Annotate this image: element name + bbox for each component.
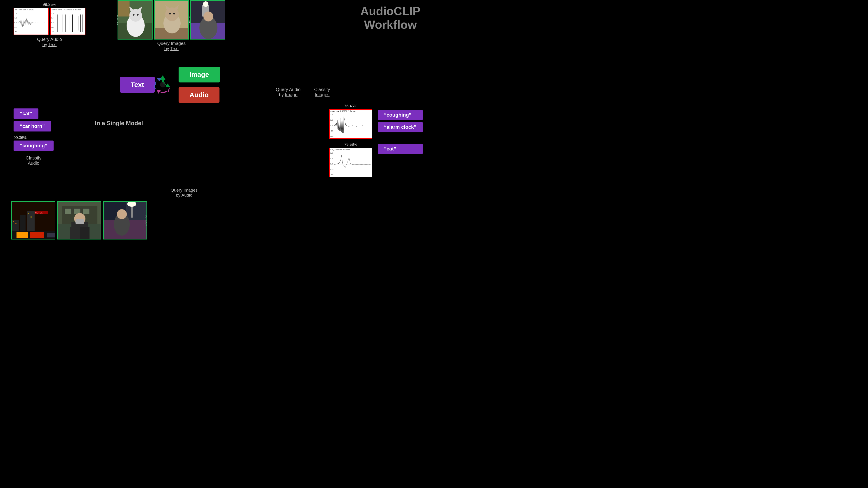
svg-text:1.0: 1.0 bbox=[330, 152, 333, 154]
svg-text:-1.0: -1.0 bbox=[51, 31, 54, 33]
svg-point-42 bbox=[203, 1, 209, 7]
svg-rect-6 bbox=[51, 12, 85, 33]
query-images-by-audio-label: Query Images by Audio bbox=[170, 188, 197, 198]
classify-coughing-tag: “coughing” bbox=[13, 140, 54, 151]
svg-point-45 bbox=[160, 82, 165, 88]
svg-rect-53 bbox=[31, 217, 32, 218]
svg-text:0.5: 0.5 bbox=[14, 17, 17, 19]
svg-text:-0.5: -0.5 bbox=[330, 168, 333, 170]
svg-rect-56 bbox=[30, 232, 43, 238]
classify-waveform1: coughing_1-58792-A-24.wav 1.0 0.5 0.0 -0… bbox=[329, 109, 372, 139]
query-image-cat2 bbox=[154, 0, 189, 39]
query-audio-by-text-section: 99.25% cat_3-95694-A-5.wav 1.0 0.5 0.0 -… bbox=[13, 2, 86, 47]
svg-point-37 bbox=[169, 13, 171, 14]
query-images-by-text-link[interactable]: Text bbox=[170, 46, 179, 51]
svg-rect-50 bbox=[13, 221, 14, 222]
svg-rect-52 bbox=[28, 213, 29, 214]
bottom-images-section: HOTEL bbox=[11, 201, 147, 239]
query-audio-label-line2: by Text bbox=[13, 42, 86, 47]
svg-text:1.0: 1.0 bbox=[330, 113, 333, 116]
main-container: AudioCLIP Workflow 99.25% cat_3-95694-A-… bbox=[0, 0, 434, 244]
svg-rect-70 bbox=[70, 227, 80, 239]
svg-rect-68 bbox=[75, 219, 84, 224]
classify-img-tag3: “cat” bbox=[378, 144, 423, 154]
svg-point-77 bbox=[117, 209, 127, 219]
waveform-cat: cat_3-95694-A-5.wav 1.0 0.5 0.0 -0.5 -1.… bbox=[13, 8, 49, 35]
query-audio-label-line1: Query Audio bbox=[13, 37, 86, 42]
svg-text:-0.5: -0.5 bbox=[14, 26, 17, 28]
image-button[interactable]: Image bbox=[179, 67, 220, 83]
waveform-alarm-title: alarm_clock_3-120526-B-37.wav bbox=[51, 8, 85, 11]
qi-audio-label2: by Audio bbox=[170, 193, 197, 198]
app-title: AudioCLIP Workflow bbox=[360, 4, 421, 32]
classify-audio-label-line1: Classify bbox=[13, 156, 54, 161]
query-audio-image-link[interactable]: Image bbox=[285, 92, 298, 97]
svg-text:0.0: 0.0 bbox=[14, 22, 17, 23]
qi-audio-label1: Query Images bbox=[170, 188, 197, 193]
svg-text:0.0: 0.0 bbox=[330, 125, 333, 127]
svg-point-28 bbox=[133, 14, 134, 15]
svg-rect-65 bbox=[83, 208, 90, 214]
svg-rect-0 bbox=[14, 12, 48, 33]
query-images-label-line2: by Text bbox=[118, 46, 225, 51]
query-images-audio-link[interactable]: Audio bbox=[182, 193, 193, 197]
query-images-by-text-section: 65.46% bbox=[118, 0, 225, 51]
audio-button[interactable]: Audio bbox=[179, 87, 219, 103]
text-button[interactable]: Text bbox=[120, 77, 155, 93]
svg-rect-57 bbox=[47, 233, 55, 237]
bottom-images-percentage: 69.95% bbox=[145, 215, 147, 225]
classify-images-label: Classify Images bbox=[314, 87, 330, 97]
query-image-cat1 bbox=[118, 0, 153, 39]
query-audio-image-label: Query Audio by Image bbox=[276, 87, 301, 97]
query-images-label: Query Images by Text bbox=[118, 41, 225, 51]
svg-text:1.0: 1.0 bbox=[51, 13, 54, 14]
bottom-image-city: HOTEL bbox=[11, 201, 55, 239]
svg-rect-51 bbox=[16, 223, 17, 224]
classify-img-tag2: “alarm clock” bbox=[378, 122, 423, 132]
svg-text:0.5: 0.5 bbox=[51, 17, 54, 19]
svg-text:-0.5: -0.5 bbox=[330, 130, 333, 132]
svg-rect-85 bbox=[330, 151, 372, 177]
classify-img-tag1: “coughing” bbox=[378, 110, 423, 120]
title-line1: AudioCLIP bbox=[360, 4, 421, 18]
svg-text:-1.0: -1.0 bbox=[14, 31, 17, 33]
svg-rect-55 bbox=[17, 232, 28, 238]
classify-pct: 99.36% bbox=[13, 135, 54, 140]
query-audio-percentage: 99.25% bbox=[13, 2, 86, 7]
svg-text:-0.5: -0.5 bbox=[51, 26, 54, 28]
svg-rect-30 bbox=[118, 1, 129, 17]
svg-text:0.5: 0.5 bbox=[330, 119, 333, 121]
classify-waveforms-col: 76.45% coughing_1-58792-A-24.wav 1.0 0.5… bbox=[329, 104, 372, 177]
svg-text:0.5: 0.5 bbox=[330, 158, 333, 160]
svg-text:HOTEL: HOTEL bbox=[35, 212, 43, 214]
classify-pct1: 76.45% bbox=[329, 104, 372, 108]
svg-rect-78 bbox=[330, 112, 372, 138]
classify-audio-section: “cat” “car horn” 99.36% “coughing” Class… bbox=[13, 108, 54, 166]
classify-images-link[interactable]: Images bbox=[315, 92, 330, 97]
query-images-label-line1: Query Images bbox=[118, 41, 225, 46]
bottom-image-mask-person bbox=[57, 201, 101, 239]
classify-carhorn-tag: “car horn” bbox=[13, 121, 51, 131]
svg-text:1.0: 1.0 bbox=[14, 13, 17, 14]
wf2-title: cat_3-95694-A-5.wav bbox=[330, 148, 372, 151]
svg-point-38 bbox=[173, 13, 175, 14]
bottom-image-person-sitting: 69.95% bbox=[103, 201, 147, 239]
svg-point-29 bbox=[137, 14, 138, 15]
svg-point-44 bbox=[204, 11, 213, 22]
svg-rect-63 bbox=[65, 208, 71, 214]
classify-tags-col: “coughing” “alarm clock” “cat” bbox=[378, 104, 423, 156]
query-audio-by-text-link[interactable]: Text bbox=[49, 42, 57, 47]
waveform-alarm: alarm_clock_3-120526-B-37.wav 1.0 0.5 0.… bbox=[51, 8, 86, 35]
classify-audio-label: Classify Audio bbox=[13, 156, 54, 166]
right-labels-row: Query Audio by Image Classify Images bbox=[276, 87, 330, 97]
classify-waveform2: cat_3-95694-A-5.wav 1.0 0.5 0.0 -0.5 -1.… bbox=[329, 148, 372, 177]
classify-audio-link[interactable]: Audio bbox=[28, 161, 39, 166]
classify-images-right: 76.45% coughing_1-58792-A-24.wav 1.0 0.5… bbox=[329, 104, 423, 177]
classify-pct2: 79.58% bbox=[329, 142, 372, 147]
svg-text:-1.0: -1.0 bbox=[330, 174, 333, 176]
single-model-label: In a Single Model bbox=[95, 120, 143, 127]
recycle-icon bbox=[151, 73, 174, 96]
waveform-cat-title: cat_3-95694-A-5.wav bbox=[14, 8, 48, 11]
query-image-person bbox=[190, 0, 225, 39]
query-audio-label: Query Audio by Text bbox=[13, 37, 86, 47]
